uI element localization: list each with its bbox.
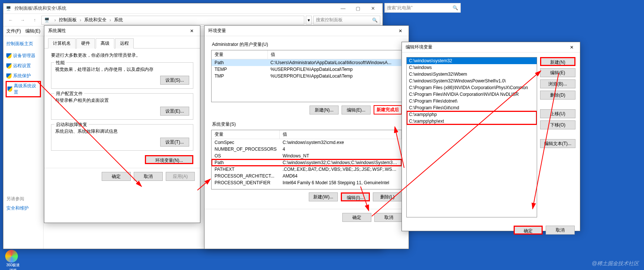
var-name: Path bbox=[212, 59, 267, 66]
security-maintenance-link[interactable]: 安全和维护 bbox=[6, 204, 41, 213]
profile-settings-button[interactable]: 设置(E)... bbox=[160, 107, 189, 116]
breadcrumb-item[interactable]: 系统和安全 bbox=[84, 17, 107, 23]
close-button[interactable]: ✕ bbox=[365, 3, 380, 14]
startup-settings-button[interactable]: 设置(T)... bbox=[160, 138, 189, 147]
var-name: PATHEXT bbox=[212, 166, 280, 173]
nav-up-icon[interactable]: ↑ bbox=[29, 16, 40, 25]
table-row[interactable]: TEMP%USERPROFILE%\AppData\Local\Temp bbox=[212, 66, 402, 73]
col-val[interactable]: 值 bbox=[267, 50, 402, 59]
tab[interactable]: 远程 bbox=[115, 38, 134, 48]
sidebar-link[interactable]: 系统保护 bbox=[6, 71, 41, 81]
tab[interactable]: 高级 bbox=[96, 38, 114, 48]
path-entry[interactable]: C:\windows\system32 bbox=[407, 57, 537, 64]
dialog-title: 编辑环境变量 bbox=[406, 44, 567, 50]
table-row[interactable]: PATHEXT.COM;.EXE;.BAT;.CMD;.VBS;.VBE;.JS… bbox=[212, 166, 402, 173]
menu-file[interactable]: 文件(F) bbox=[6, 28, 21, 34]
shield-icon bbox=[6, 63, 12, 69]
tab[interactable]: 硬件 bbox=[76, 38, 95, 48]
path-entry[interactable]: C:\Program Files\Git\cmd bbox=[407, 104, 537, 111]
taskbar-browser-icon[interactable]: 360极速浏览 bbox=[5, 250, 21, 266]
path-entry[interactable]: C:\windows\System32\Wbem bbox=[407, 71, 537, 78]
move-up-button[interactable]: 上移(U) bbox=[540, 109, 575, 118]
cancel-button[interactable]: 取消 bbox=[546, 226, 575, 235]
ok-button[interactable]: 确定 bbox=[514, 226, 543, 235]
table-row[interactable]: PROCESSOR_ARCHITECT...AMD64 bbox=[212, 173, 402, 179]
icon-label: 360极速浏览 bbox=[5, 263, 21, 270]
col-var[interactable]: 变量 bbox=[212, 130, 280, 139]
sys-new-button[interactable]: 新建(W)... bbox=[309, 192, 338, 201]
sidebar-link[interactable]: 远程设置 bbox=[6, 61, 41, 71]
table-row[interactable]: PathC:\Users\Administrator\AppData\Local… bbox=[212, 59, 402, 66]
table-row[interactable]: OSWindows_NT bbox=[212, 153, 402, 159]
table-row[interactable]: ComSpecC:\windows\system32\cmd.exe bbox=[212, 139, 402, 146]
minimize-button[interactable]: — bbox=[336, 3, 350, 14]
dialog-titlebar: 环境变量 ✕ bbox=[204, 26, 409, 36]
cancel-button[interactable]: 取消 bbox=[134, 172, 163, 181]
cp-search-box[interactable]: 搜索控制面板 🔍 bbox=[313, 16, 380, 25]
path-entry[interactable]: C:\windows\System32\WindowsPowerShell\v1… bbox=[407, 78, 537, 84]
delete-button[interactable]: 删除(D) bbox=[540, 91, 575, 100]
user-vars-table[interactable]: 变量 值 PathC:\Users\Administrator\AppData\… bbox=[211, 50, 402, 102]
address-bar[interactable]: 🖥️ › 控制面板 › 系统和安全 › 系统 bbox=[41, 16, 304, 25]
var-value: Windows_NT bbox=[280, 153, 402, 159]
move-down-button[interactable]: 下移(O) bbox=[540, 120, 575, 129]
dropdown-icon[interactable]: ▾ bbox=[306, 16, 312, 25]
path-entry[interactable]: C:\windows bbox=[407, 64, 537, 71]
sys-vars-heading: 系统变量(S) bbox=[211, 121, 402, 128]
col-val[interactable]: 值 bbox=[280, 130, 402, 139]
startup-group: 启动和故障恢复 系统启动、系统故障和调试信息 设置(T)... bbox=[51, 124, 193, 151]
maximize-button[interactable]: ▢ bbox=[350, 3, 365, 14]
sys-vars-table[interactable]: 变量 值 ComSpecC:\windows\system32\cmd.exeN… bbox=[211, 130, 402, 189]
nav-forward-icon[interactable]: → bbox=[18, 16, 28, 25]
nav-toolbar: ← → ↑ 🖥️ › 控制面板 › 系统和安全 › 系统 ▾ 搜索控制面板 🔍 bbox=[3, 14, 383, 26]
sys-edit-button[interactable]: 编辑(I)... bbox=[341, 192, 370, 201]
edit-text-button[interactable]: 编辑文本(T)... bbox=[540, 139, 575, 148]
table-row[interactable]: PathC:\windows\system32;C:\windows;C:\wi… bbox=[212, 159, 402, 166]
user-new-button[interactable]: 新建(N)... bbox=[310, 106, 339, 114]
tab[interactable]: 计算机名 bbox=[48, 38, 76, 48]
ok-button[interactable]: 确定 bbox=[102, 172, 131, 181]
edit-button[interactable]: 编辑(E) bbox=[540, 68, 575, 77]
cp-home-link[interactable]: 控制面板主页 bbox=[6, 39, 41, 48]
dialog-footer: 确定 取消 bbox=[402, 222, 580, 238]
perf-settings-button[interactable]: 设置(S)... bbox=[160, 76, 189, 85]
sys-delete-button[interactable]: 删除(L) bbox=[373, 192, 402, 201]
sidebar-link[interactable]: 高级系统设置 bbox=[6, 81, 41, 97]
path-entry[interactable]: C:\Program Files (x86)\NVIDIA Corporatio… bbox=[407, 84, 537, 91]
env-vars-button[interactable]: 环境变量(N)... bbox=[145, 155, 193, 164]
table-row[interactable]: PROCESSOR_IDENTIFIERIntel64 Family 6 Mod… bbox=[212, 179, 402, 186]
var-value: C:\windows\system32;C:\windows;C:\window… bbox=[280, 159, 402, 166]
path-list[interactable]: C:\windows\system32C:\windowsC:\windows\… bbox=[406, 57, 537, 217]
path-entry[interactable]: C:\xampp\php bbox=[407, 111, 537, 118]
sidebar-link[interactable]: 设备管理器 bbox=[6, 51, 41, 61]
table-row[interactable]: NUMBER_OF_PROCESSORS4 bbox=[212, 146, 402, 153]
dialog-titlebar: 系统属性 ✕ bbox=[44, 26, 200, 36]
path-entry[interactable]: C:\Program Files\dotnet\ bbox=[407, 98, 537, 104]
menu-edit[interactable]: 编辑(E) bbox=[25, 28, 40, 34]
chevron-icon: › bbox=[53, 18, 57, 23]
nav-back-icon[interactable]: ← bbox=[6, 16, 16, 25]
dialog-title: 环境变量 bbox=[208, 28, 396, 34]
cp-icon: 🖥️ bbox=[44, 17, 50, 23]
link-label: 高级系统设置 bbox=[14, 83, 39, 95]
close-icon[interactable]: ✕ bbox=[567, 45, 576, 50]
user-vars-heading: Administrator 的用户变量(U) bbox=[211, 41, 402, 48]
user-edit-button[interactable]: 编辑(E)... bbox=[342, 106, 371, 114]
close-icon[interactable]: ✕ bbox=[187, 28, 196, 34]
shield-icon bbox=[6, 73, 12, 79]
var-name: PROCESSOR_IDENTIFIER bbox=[212, 179, 280, 186]
new-button[interactable]: 新建(N) bbox=[540, 57, 575, 66]
close-icon[interactable]: ✕ bbox=[396, 28, 405, 34]
browse-button[interactable]: 浏览(B)... bbox=[540, 79, 575, 88]
table-row[interactable]: TMP%USERPROFILE%\AppData\Local\Temp bbox=[212, 73, 402, 79]
path-entry[interactable]: C:\Program Files\NVIDIA Corporation\NVID… bbox=[407, 91, 537, 98]
breadcrumb-item[interactable]: 控制面板 bbox=[59, 17, 77, 23]
apply-button[interactable]: 应用(A) bbox=[166, 172, 195, 181]
path-entry[interactable]: C:\xampp\php\ext bbox=[407, 118, 537, 125]
col-var[interactable]: 变量 bbox=[212, 50, 267, 59]
cp-icon: 🖥️ bbox=[6, 6, 12, 12]
ok-button[interactable]: 确定 bbox=[342, 213, 371, 222]
cancel-button[interactable]: 取消 bbox=[374, 213, 403, 222]
breadcrumb-item[interactable]: 系统 bbox=[114, 17, 123, 23]
parent-search-box[interactable]: 搜索"此电脑" 🔍 bbox=[384, 3, 461, 13]
